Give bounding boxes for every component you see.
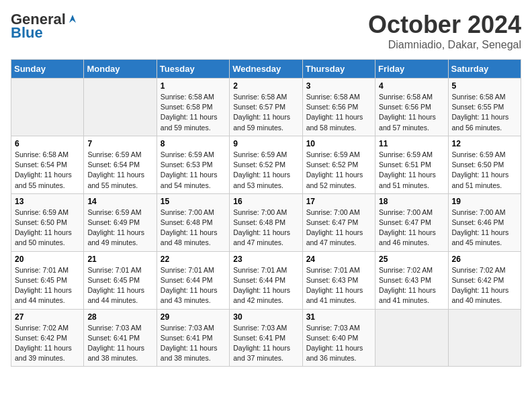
calendar-cell: 29Sunrise: 7:03 AM Sunset: 6:41 PM Dayli… (157, 309, 229, 367)
calendar-cell: 18Sunrise: 7:00 AM Sunset: 6:47 PM Dayli… (375, 193, 448, 251)
calendar-header-row: SundayMondayTuesdayWednesdayThursdayFrid… (11, 60, 521, 79)
logo-bird-icon (66, 12, 79, 24)
calendar-subtitle: Diamniadio, Dakar, Senegal (368, 39, 521, 51)
column-header-tuesday: Tuesday (157, 60, 229, 79)
day-number: 6 (15, 139, 80, 148)
day-number: 25 (379, 255, 444, 264)
calendar-cell: 23Sunrise: 7:01 AM Sunset: 6:44 PM Dayli… (230, 251, 302, 309)
day-number: 5 (452, 81, 517, 91)
calendar-cell: 19Sunrise: 7:00 AM Sunset: 6:46 PM Dayli… (448, 193, 521, 251)
column-header-sunday: Sunday (11, 60, 84, 79)
day-number: 12 (452, 139, 517, 148)
day-info: Sunrise: 6:59 AM Sunset: 6:53 PM Dayligh… (161, 150, 226, 191)
title-block: October 2024 Diamniadio, Dakar, Senegal (368, 11, 521, 51)
column-header-wednesday: Wednesday (230, 60, 302, 79)
calendar-cell (448, 309, 521, 367)
calendar-week-row: 20Sunrise: 7:01 AM Sunset: 6:45 PM Dayli… (11, 251, 521, 309)
day-info: Sunrise: 6:59 AM Sunset: 6:51 PM Dayligh… (379, 150, 444, 191)
calendar-cell (375, 309, 448, 367)
day-info: Sunrise: 7:00 AM Sunset: 6:48 PM Dayligh… (161, 208, 226, 248)
day-info: Sunrise: 6:58 AM Sunset: 6:54 PM Dayligh… (15, 150, 80, 191)
svg-marker-0 (69, 15, 76, 23)
calendar-cell: 15Sunrise: 7:00 AM Sunset: 6:48 PM Dayli… (157, 193, 229, 251)
day-info: Sunrise: 7:03 AM Sunset: 6:40 PM Dayligh… (306, 323, 371, 364)
day-info: Sunrise: 7:00 AM Sunset: 6:47 PM Dayligh… (306, 208, 371, 248)
calendar-cell: 25Sunrise: 7:02 AM Sunset: 6:43 PM Dayli… (375, 251, 448, 309)
day-number: 14 (87, 197, 152, 206)
day-info: Sunrise: 6:58 AM Sunset: 6:56 PM Dayligh… (306, 92, 371, 133)
day-number: 20 (15, 255, 80, 264)
calendar-cell: 7Sunrise: 6:59 AM Sunset: 6:54 PM Daylig… (84, 136, 157, 193)
calendar-cell: 5Sunrise: 6:58 AM Sunset: 6:55 PM Daylig… (448, 79, 521, 136)
day-info: Sunrise: 6:59 AM Sunset: 6:50 PM Dayligh… (452, 150, 517, 191)
calendar-cell: 8Sunrise: 6:59 AM Sunset: 6:53 PM Daylig… (157, 136, 229, 193)
day-info: Sunrise: 7:00 AM Sunset: 6:47 PM Dayligh… (379, 208, 444, 248)
calendar-cell: 3Sunrise: 6:58 AM Sunset: 6:56 PM Daylig… (302, 79, 375, 136)
calendar-cell: 22Sunrise: 7:01 AM Sunset: 6:44 PM Dayli… (157, 251, 229, 309)
calendar-cell: 10Sunrise: 6:59 AM Sunset: 6:52 PM Dayli… (302, 136, 375, 193)
calendar-cell: 16Sunrise: 7:00 AM Sunset: 6:48 PM Dayli… (230, 193, 302, 251)
day-info: Sunrise: 7:01 AM Sunset: 6:44 PM Dayligh… (161, 265, 226, 306)
column-header-monday: Monday (84, 60, 157, 79)
column-header-thursday: Thursday (302, 60, 375, 79)
day-number: 24 (306, 255, 371, 264)
day-number: 16 (233, 197, 298, 206)
day-info: Sunrise: 7:03 AM Sunset: 6:41 PM Dayligh… (233, 323, 298, 364)
day-info: Sunrise: 6:58 AM Sunset: 6:55 PM Dayligh… (452, 92, 517, 133)
calendar-cell: 17Sunrise: 7:00 AM Sunset: 6:47 PM Dayli… (302, 193, 375, 251)
page-header: General Blue October 2024 Diamniadio, Da… (11, 11, 521, 51)
calendar-cell: 27Sunrise: 7:02 AM Sunset: 6:42 PM Dayli… (11, 309, 84, 367)
day-number: 9 (233, 139, 298, 148)
calendar-cell: 24Sunrise: 7:01 AM Sunset: 6:43 PM Dayli… (302, 251, 375, 309)
day-info: Sunrise: 7:03 AM Sunset: 6:41 PM Dayligh… (161, 323, 226, 364)
logo-blue: Blue (11, 24, 43, 42)
day-number: 30 (233, 312, 298, 322)
day-info: Sunrise: 7:01 AM Sunset: 6:45 PM Dayligh… (15, 265, 80, 306)
column-header-saturday: Saturday (448, 60, 521, 79)
day-info: Sunrise: 7:01 AM Sunset: 6:45 PM Dayligh… (87, 265, 152, 306)
day-number: 3 (306, 81, 371, 91)
day-info: Sunrise: 6:58 AM Sunset: 6:57 PM Dayligh… (233, 92, 298, 133)
day-info: Sunrise: 7:00 AM Sunset: 6:46 PM Dayligh… (452, 208, 517, 248)
day-number: 21 (87, 255, 152, 264)
calendar-week-row: 1Sunrise: 6:58 AM Sunset: 6:58 PM Daylig… (11, 79, 521, 136)
day-number: 27 (15, 312, 80, 322)
day-number: 2 (233, 81, 298, 91)
day-info: Sunrise: 7:00 AM Sunset: 6:48 PM Dayligh… (233, 208, 298, 248)
day-info: Sunrise: 6:59 AM Sunset: 6:52 PM Dayligh… (233, 150, 298, 191)
day-info: Sunrise: 7:03 AM Sunset: 6:41 PM Dayligh… (87, 323, 152, 364)
day-info: Sunrise: 7:01 AM Sunset: 6:43 PM Dayligh… (306, 265, 371, 306)
calendar-cell: 2Sunrise: 6:58 AM Sunset: 6:57 PM Daylig… (230, 79, 302, 136)
day-number: 8 (161, 139, 226, 148)
day-number: 13 (15, 197, 80, 206)
day-number: 4 (379, 81, 444, 91)
day-info: Sunrise: 6:59 AM Sunset: 6:49 PM Dayligh… (87, 208, 152, 248)
day-info: Sunrise: 6:58 AM Sunset: 6:58 PM Dayligh… (161, 92, 226, 133)
day-number: 11 (379, 139, 444, 148)
day-info: Sunrise: 7:02 AM Sunset: 6:42 PM Dayligh… (15, 323, 80, 364)
calendar-cell (11, 79, 84, 136)
calendar-cell: 21Sunrise: 7:01 AM Sunset: 6:45 PM Dayli… (84, 251, 157, 309)
calendar-cell: 9Sunrise: 6:59 AM Sunset: 6:52 PM Daylig… (230, 136, 302, 193)
day-number: 10 (306, 139, 371, 148)
calendar-cell: 4Sunrise: 6:58 AM Sunset: 6:56 PM Daylig… (375, 79, 448, 136)
calendar-cell: 11Sunrise: 6:59 AM Sunset: 6:51 PM Dayli… (375, 136, 448, 193)
day-info: Sunrise: 6:59 AM Sunset: 6:54 PM Dayligh… (87, 150, 152, 191)
day-number: 23 (233, 255, 298, 264)
day-number: 7 (87, 139, 152, 148)
calendar-cell: 6Sunrise: 6:58 AM Sunset: 6:54 PM Daylig… (11, 136, 84, 193)
calendar-cell: 31Sunrise: 7:03 AM Sunset: 6:40 PM Dayli… (302, 309, 375, 367)
day-info: Sunrise: 6:59 AM Sunset: 6:52 PM Dayligh… (306, 150, 371, 191)
logo: General Blue (11, 11, 79, 42)
day-number: 29 (161, 312, 226, 322)
calendar-cell: 1Sunrise: 6:58 AM Sunset: 6:58 PM Daylig… (157, 79, 229, 136)
calendar-cell: 20Sunrise: 7:01 AM Sunset: 6:45 PM Dayli… (11, 251, 84, 309)
day-info: Sunrise: 6:58 AM Sunset: 6:56 PM Dayligh… (379, 92, 444, 133)
calendar-title: October 2024 (368, 11, 521, 39)
day-number: 28 (87, 312, 152, 322)
calendar-cell (84, 79, 157, 136)
day-number: 17 (306, 197, 371, 206)
calendar-cell: 30Sunrise: 7:03 AM Sunset: 6:41 PM Dayli… (230, 309, 302, 367)
day-info: Sunrise: 7:02 AM Sunset: 6:42 PM Dayligh… (452, 265, 517, 306)
day-number: 1 (161, 81, 226, 91)
